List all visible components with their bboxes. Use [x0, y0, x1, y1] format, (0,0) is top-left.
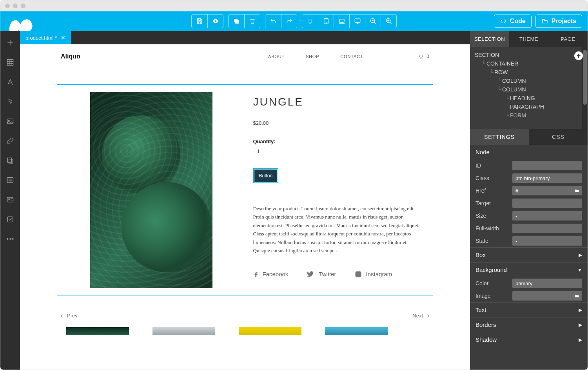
text-icon[interactable]: [5, 77, 15, 87]
cart-button[interactable]: 0: [418, 54, 429, 59]
tree-node[interactable]: └HEADING: [475, 94, 583, 102]
tablet-viewport-button[interactable]: [318, 15, 334, 28]
close-window-icon[interactable]: [5, 4, 10, 8]
tree-node[interactable]: └FORM: [475, 111, 583, 120]
product-title[interactable]: JUNGLE: [253, 96, 426, 108]
product-image-column[interactable]: [57, 85, 246, 295]
group-node[interactable]: Node: [470, 145, 588, 159]
code-button[interactable]: Code: [494, 15, 532, 28]
input-target[interactable]: -: [512, 199, 582, 208]
social-row: Facebook Twitter Instagram: [253, 270, 426, 279]
folder-icon[interactable]: [574, 293, 580, 298]
facebook-link[interactable]: Facebook: [253, 270, 289, 279]
tab-css[interactable]: CSS: [529, 129, 588, 145]
folder-icon[interactable]: [574, 188, 580, 193]
tree-node[interactable]: └ROW: [475, 68, 583, 77]
product-row[interactable]: JUNGLE $20.00 Quantity: 1 Button Describ…: [57, 84, 433, 295]
list-icon[interactable]: [5, 175, 15, 185]
selected-element-outline[interactable]: Button: [253, 168, 279, 183]
checkbox-icon[interactable]: [5, 215, 15, 224]
preview-button[interactable]: [207, 15, 223, 28]
card-icon[interactable]: [5, 195, 15, 204]
nav-about[interactable]: ABOUT: [268, 54, 285, 59]
thumb-1[interactable]: [66, 327, 129, 335]
input-bgimage[interactable]: [512, 291, 582, 301]
quantity-value[interactable]: 1: [253, 148, 426, 154]
close-tab-icon[interactable]: ✕: [61, 35, 65, 41]
nav-shop[interactable]: SHOP: [306, 54, 319, 59]
instagram-link[interactable]: Instagram: [354, 270, 392, 278]
pointer-icon[interactable]: [5, 97, 15, 106]
projects-button[interactable]: Projects: [535, 15, 582, 28]
design-canvas[interactable]: Aliquo ABOUT SHOP CONTACT 0: [20, 44, 470, 370]
brand-logo[interactable]: Aliquo: [61, 53, 80, 60]
tab-settings[interactable]: SETTINGS: [470, 129, 529, 145]
buy-button[interactable]: Button: [254, 170, 278, 182]
input-class[interactable]: btn btn-primary: [512, 173, 582, 183]
product-description[interactable]: Describe your product. Lorem ipsum dolor…: [253, 204, 426, 255]
thumb-2[interactable]: [152, 327, 215, 335]
desktop-viewport-button[interactable]: [349, 15, 365, 28]
tree-node[interactable]: └COLUMN: [475, 85, 583, 94]
input-state[interactable]: -: [512, 236, 582, 246]
minimize-window-icon[interactable]: [13, 4, 18, 8]
tree-node[interactable]: └PARAGRAPH: [475, 102, 583, 111]
input-fullwidth[interactable]: -: [512, 224, 582, 233]
label-state: State: [475, 238, 508, 244]
label-href: Href: [475, 188, 508, 194]
product-details-column[interactable]: JUNGLE $20.00 Quantity: 1 Button Describ…: [246, 85, 433, 295]
zoom-in-button[interactable]: [381, 15, 396, 28]
more-icon[interactable]: [5, 234, 15, 244]
input-size[interactable]: -: [512, 211, 582, 221]
next-button[interactable]: Next: [412, 313, 430, 319]
product-price[interactable]: $20.00: [253, 120, 426, 126]
group-text[interactable]: Text▶: [470, 302, 588, 317]
svg-point-24: [357, 273, 359, 275]
grid-icon[interactable]: [5, 58, 15, 67]
tab-selection[interactable]: SELECTION: [470, 31, 509, 47]
redo-button[interactable]: [281, 15, 297, 28]
group-shadow[interactable]: Shadow▶: [470, 332, 588, 347]
product-image[interactable]: [90, 92, 212, 288]
svg-rect-7: [339, 19, 344, 22]
add-icon[interactable]: [5, 38, 15, 47]
tab-page[interactable]: PAGE: [548, 31, 588, 47]
group-box[interactable]: Box▶: [470, 247, 588, 262]
duplicate-button[interactable]: [229, 15, 244, 28]
tree-scrollbar[interactable]: [582, 47, 588, 129]
image-icon[interactable]: [5, 117, 15, 126]
tab-theme[interactable]: THEME: [509, 31, 548, 47]
thumb-3[interactable]: [239, 327, 301, 335]
group-background[interactable]: Background▼: [470, 262, 588, 277]
delete-button[interactable]: [244, 15, 260, 28]
tree-add-button[interactable]: +: [574, 51, 583, 60]
tree-node[interactable]: └COLUMN: [475, 77, 583, 85]
twitter-link[interactable]: Twitter: [306, 271, 336, 278]
mobile-viewport-button[interactable]: [302, 15, 318, 28]
code-label: Code: [510, 18, 526, 25]
group-borders[interactable]: Borders▶: [470, 317, 588, 332]
zoom-window-icon[interactable]: [21, 4, 25, 8]
prev-button[interactable]: Prev: [60, 313, 78, 319]
input-id[interactable]: [512, 161, 582, 170]
tree-node[interactable]: SECTION: [475, 51, 583, 59]
zoom-out-button[interactable]: [365, 15, 381, 28]
chevron-right-icon: ▶: [579, 307, 582, 313]
app-logo: [6, 11, 41, 31]
input-href[interactable]: #: [512, 186, 582, 195]
svg-rect-19: [7, 217, 13, 222]
svg-point-25: [359, 272, 360, 273]
laptop-viewport-button[interactable]: [334, 15, 349, 28]
thumb-4[interactable]: [325, 327, 388, 335]
link-icon[interactable]: [5, 136, 15, 146]
input-bgcolor[interactable]: primary: [512, 279, 582, 288]
label-class: Class: [475, 175, 508, 181]
file-tab[interactable]: product.html * ✕: [20, 31, 71, 44]
props-tabs: SETTINGS CSS: [470, 129, 588, 145]
label-target: Target: [475, 200, 508, 206]
save-button[interactable]: [192, 15, 207, 28]
tree-node[interactable]: └CONTAINER: [475, 59, 583, 68]
undo-button[interactable]: [265, 15, 281, 28]
nav-contact[interactable]: CONTACT: [340, 54, 363, 59]
copy-icon[interactable]: [5, 156, 15, 165]
